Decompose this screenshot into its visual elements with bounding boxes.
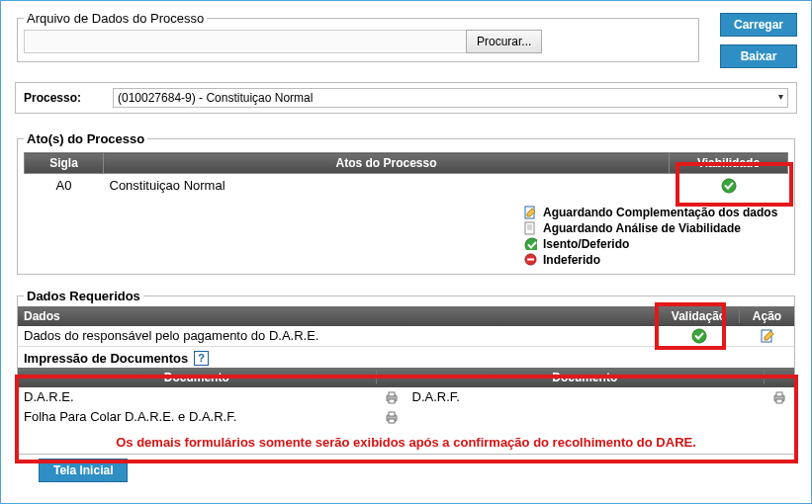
- check-icon: [524, 237, 537, 250]
- atos-header-atos: Atos do Processo: [104, 153, 670, 174]
- legend-item: Aguardando Complementação dos dados: [523, 205, 788, 220]
- table-row: A0 Constituiçao Normal: [25, 174, 788, 197]
- impressao-title: Impressão de Documentos: [24, 351, 188, 366]
- dados-header: Dados Validação Ação: [18, 306, 794, 326]
- processo-label: Processo:: [24, 91, 113, 105]
- impressao-title-row: Impressão de Documentos ?: [18, 346, 794, 368]
- processo-select[interactable]: (010027684-9) - Constituiçao Normal: [113, 88, 788, 108]
- legend-item: Isento/Deferido: [523, 236, 788, 252]
- doc-name: Folha Para Colar D.A.R.E. e D.A.R.F.: [18, 409, 377, 424]
- print-icon[interactable]: [384, 409, 400, 425]
- cell-viab: [670, 174, 788, 197]
- processo-row: Processo: (010027684-9) - Constituiçao N…: [15, 82, 797, 114]
- dados-row-acao[interactable]: [740, 328, 794, 344]
- print-icon[interactable]: [384, 389, 400, 405]
- dados-row-text: Dados do responsável pelo pagamento do D…: [18, 326, 659, 345]
- check-icon: [721, 178, 737, 194]
- status-legend: Aguardando Complementação dos dados Agua…: [24, 205, 788, 268]
- file-upload-title: Arquivo de Dados do Processo: [24, 11, 207, 26]
- cell-ato: Constituiçao Normal: [104, 174, 670, 197]
- atos-title: Ato(s) do Processo: [24, 131, 147, 146]
- check-icon: [691, 328, 707, 344]
- print-cell[interactable]: [377, 388, 406, 405]
- dados-header-acao: Ação: [740, 309, 794, 323]
- file-upload-fieldset: Arquivo de Dados do Processo Procurar...: [17, 11, 699, 62]
- legend-item: Aguardando Análise de Viabilidade: [523, 220, 788, 236]
- dados-section: Dados Requeridos Dados Validação Ação Da…: [17, 289, 795, 455]
- doc-header-left: Documento: [18, 371, 377, 384]
- download-button[interactable]: Baixar: [720, 44, 797, 68]
- print-cell[interactable]: [377, 408, 406, 425]
- legend-text: Isento/Deferido: [543, 237, 629, 251]
- warning-text: Os demais formulários somente serão exib…: [18, 427, 794, 454]
- dados-row-valid: [659, 328, 740, 344]
- help-icon[interactable]: ?: [194, 351, 209, 366]
- doc-header-right: Documento: [406, 371, 766, 384]
- doc-header: Documento Documento: [18, 368, 794, 387]
- doc-edit-icon: [524, 206, 536, 219]
- doc-name: D.A.R.E.: [18, 389, 377, 404]
- stop-icon: [524, 253, 537, 266]
- doc-icon: [524, 221, 536, 235]
- doc-name: D.A.R.F.: [406, 389, 766, 404]
- atos-section: Ato(s) do Processo Sigla Atos do Process…: [17, 131, 795, 275]
- home-button[interactable]: Tela Inicial: [39, 459, 128, 482]
- legend-text: Aguardando Análise de Viabilidade: [543, 221, 741, 235]
- table-row: D.A.R.E. D.A.R.F.: [18, 387, 794, 407]
- dados-header-valid: Validação: [659, 309, 740, 323]
- table-row: Folha Para Colar D.A.R.E. e D.A.R.F.: [18, 407, 794, 427]
- atos-table: Sigla Atos do Processo Viabilidade A0 Co…: [24, 152, 788, 197]
- print-icon[interactable]: [771, 389, 787, 405]
- atos-header-viab: Viabilidade: [670, 153, 788, 174]
- browse-button[interactable]: Procurar...: [466, 30, 542, 53]
- legend-text: Aguardando Complementação dos dados: [543, 206, 777, 219]
- processo-selected-value: (010027684-9) - Constituiçao Normal: [118, 91, 313, 105]
- atos-header-sigla: Sigla: [25, 153, 104, 174]
- dados-header-dados: Dados: [18, 309, 659, 323]
- legend-item: Indeferido: [523, 252, 788, 268]
- print-cell[interactable]: [765, 388, 794, 405]
- file-path-input[interactable]: [24, 30, 467, 53]
- dados-title: Dados Requeridos: [24, 289, 143, 303]
- load-button[interactable]: Carregar: [720, 13, 797, 37]
- cell-sigla: A0: [25, 174, 104, 197]
- legend-text: Indeferido: [543, 253, 600, 267]
- edit-icon[interactable]: [760, 328, 775, 344]
- table-row: Dados do responsável pelo pagamento do D…: [18, 326, 794, 346]
